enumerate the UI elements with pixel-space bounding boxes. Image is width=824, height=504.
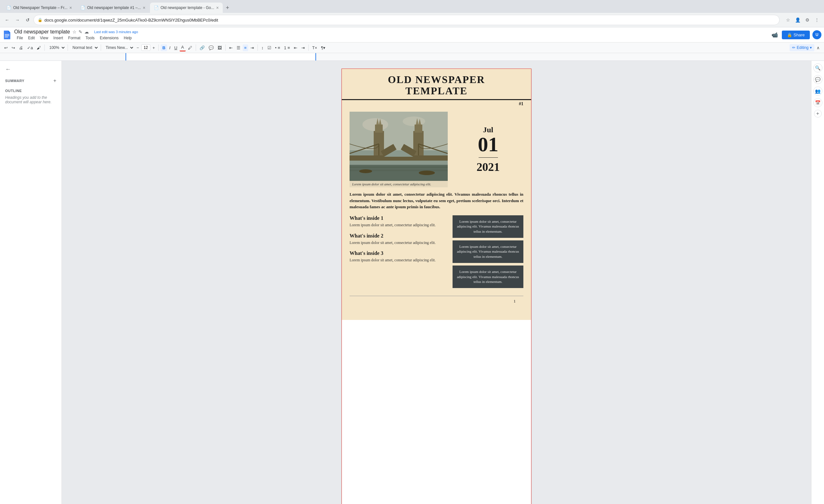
italic-button[interactable]: I bbox=[168, 44, 172, 51]
docs-canvas[interactable]: OLD NEWSPAPER TEMPLATE #1 bbox=[62, 61, 811, 504]
menu-insert[interactable]: Insert bbox=[51, 35, 66, 41]
menu-extensions[interactable]: Extensions bbox=[97, 35, 121, 41]
line-spacing-button[interactable]: ↕ bbox=[260, 44, 265, 51]
numbered-button[interactable]: 1 ≡ bbox=[282, 44, 291, 51]
newspaper-footer: 1 bbox=[349, 296, 523, 306]
inside-item-1-title: What's inside 1 bbox=[349, 215, 449, 221]
move-button[interactable]: ✎ bbox=[78, 29, 83, 35]
star-button[interactable]: ☆ bbox=[72, 29, 77, 35]
sidebar-summary-add-button[interactable]: + bbox=[54, 78, 56, 84]
highlight-button[interactable]: 🖊 bbox=[186, 44, 194, 51]
forward-button[interactable]: → bbox=[13, 15, 22, 24]
tab-bar: 📄 Old Newspaper Template – Fr... × 📄 Old… bbox=[0, 0, 824, 13]
cloud-button[interactable]: ☁ bbox=[84, 29, 90, 35]
menu-file[interactable]: File bbox=[14, 35, 25, 41]
bullets-button[interactable]: • ≡ bbox=[274, 44, 282, 51]
profile-icon[interactable]: 👤 bbox=[793, 15, 802, 24]
align-center-button[interactable]: ☰ bbox=[235, 44, 242, 51]
indent-more-button[interactable]: ⇥ bbox=[300, 44, 306, 51]
user-avatar[interactable]: U bbox=[812, 30, 821, 39]
tab-title-3: Old newspaper template - Go... bbox=[161, 5, 214, 10]
editing-mode-badge[interactable]: ✏ Editing ▾ bbox=[790, 44, 814, 51]
editing-pencil-icon: ✏ bbox=[792, 45, 795, 50]
menu-help[interactable]: Help bbox=[121, 35, 134, 41]
doc-page: OLD NEWSPAPER TEMPLATE #1 bbox=[341, 69, 531, 504]
checklist-button[interactable]: ☑ bbox=[266, 44, 273, 51]
url-text: docs.google.com/document/d/1qwezZ_25mGuk… bbox=[44, 18, 218, 22]
add-plugin-button[interactable]: + bbox=[814, 110, 822, 117]
comment-button[interactable]: 💬 bbox=[207, 44, 215, 51]
toolbar-sep-5 bbox=[196, 44, 196, 51]
collapse-toolbar-button[interactable]: ∧ bbox=[815, 44, 821, 51]
extensions-icon[interactable]: ⚙ bbox=[803, 15, 812, 24]
sidebar-summary-section: SUMMARY + bbox=[5, 78, 56, 84]
tab-3[interactable]: 📄 Old newspaper template - Go... × bbox=[150, 3, 223, 13]
back-button[interactable]: ← bbox=[3, 15, 12, 24]
address-bar[interactable]: 🔒 docs.google.com/document/d/1qwezZ_25mG… bbox=[33, 15, 780, 25]
menu-format[interactable]: Format bbox=[66, 35, 83, 41]
redo-button[interactable]: ↪ bbox=[10, 44, 17, 51]
text-color-button[interactable]: A bbox=[180, 44, 186, 52]
newspaper-page-number: 1 bbox=[514, 299, 516, 304]
print-button[interactable]: 🖨 bbox=[17, 44, 25, 51]
newspaper-image-box: Lorem ipsum dolor sit amet, consectetur … bbox=[349, 112, 448, 187]
bold-button[interactable]: B bbox=[161, 44, 167, 51]
calendar-button[interactable]: 📅 bbox=[813, 98, 822, 107]
tab-2[interactable]: 📄 Old newspaper template #1 –... × bbox=[77, 3, 149, 13]
chat-button[interactable]: 💬 bbox=[813, 75, 822, 84]
undo-button[interactable]: ↩ bbox=[3, 44, 9, 51]
refresh-button[interactable]: ↺ bbox=[23, 15, 32, 24]
format-options-button[interactable]: ¶▾ bbox=[319, 44, 327, 51]
font-size-increase[interactable]: + bbox=[151, 44, 157, 51]
newspaper: OLD NEWSPAPER TEMPLATE #1 bbox=[342, 69, 531, 320]
ruler bbox=[0, 53, 824, 61]
tab-1[interactable]: 📄 Old Newspaper Template – Fr... × bbox=[3, 3, 76, 13]
svg-rect-4 bbox=[5, 37, 8, 37]
align-right-button[interactable]: ⇥ bbox=[249, 44, 255, 51]
clear-format-button[interactable]: T× bbox=[311, 44, 319, 51]
tab-close-2[interactable]: × bbox=[142, 5, 145, 10]
share-button[interactable]: 🔒 Share bbox=[782, 30, 810, 39]
align-left-button[interactable]: ⇤ bbox=[227, 44, 234, 51]
font-size-decrease[interactable]: − bbox=[135, 44, 141, 51]
underline-button[interactable]: U bbox=[173, 44, 179, 51]
chrome-actions: ☆ 👤 ⚙ ⋮ bbox=[784, 15, 821, 24]
spellcheck-button[interactable]: ✓a bbox=[25, 44, 34, 51]
font-select[interactable]: Times New... bbox=[103, 44, 134, 51]
editing-mode-label: Editing bbox=[797, 45, 809, 50]
tab-close-3[interactable]: × bbox=[216, 5, 219, 10]
more-icon[interactable]: ⋮ bbox=[812, 15, 821, 24]
docs-right-sidebar: 🔍 💬 👥 📅 + bbox=[811, 61, 824, 504]
new-tab-button[interactable]: + bbox=[223, 3, 232, 13]
editing-chevron-icon: ▾ bbox=[810, 45, 812, 50]
menu-edit[interactable]: Edit bbox=[25, 35, 37, 41]
newspaper-image bbox=[349, 112, 448, 187]
inside-item-1-text: Lorem ipsum dolor sit amet, consectetur … bbox=[349, 222, 449, 228]
font-size-input[interactable] bbox=[141, 44, 150, 51]
meet-button[interactable]: 📹 bbox=[770, 30, 779, 39]
text-style-select[interactable]: Normal text bbox=[70, 44, 99, 51]
menu-view[interactable]: View bbox=[37, 35, 51, 41]
last-edit-link[interactable]: Last edit was 3 minutes ago bbox=[94, 30, 138, 34]
zoom-select[interactable]: 100% bbox=[47, 44, 66, 51]
sidebar-summary-header: SUMMARY + bbox=[5, 78, 56, 84]
sidebar-outline-text: Headings you add to the document will ap… bbox=[5, 95, 56, 104]
sidebar-back-button[interactable]: ← bbox=[5, 66, 56, 73]
newspaper-column-left: What's inside 1 Lorem ipsum dolor sit am… bbox=[349, 215, 449, 291]
bookmark-icon[interactable]: ☆ bbox=[784, 15, 793, 24]
last-edit: Last edit was 3 minutes ago bbox=[94, 30, 138, 34]
newspaper-meta: #1 bbox=[342, 100, 531, 108]
explore-button[interactable]: 🔍 bbox=[813, 64, 822, 73]
newspaper-dark-box-1: Lorem ipsum dolor sit amet, consectetur … bbox=[452, 215, 523, 238]
indent-less-button[interactable]: ⇤ bbox=[292, 44, 299, 51]
align-justify-button[interactable]: ≡ bbox=[243, 44, 248, 51]
inside-item-1: What's inside 1 Lorem ipsum dolor sit am… bbox=[349, 215, 449, 228]
toolbar-sep-1 bbox=[44, 44, 45, 51]
tab-close-1[interactable]: × bbox=[70, 5, 72, 10]
contacts-button[interactable]: 👥 bbox=[813, 87, 822, 96]
link-button[interactable]: 🔗 bbox=[198, 44, 206, 51]
docs-logo bbox=[3, 30, 12, 39]
format-paint-button[interactable]: 🖌 bbox=[35, 44, 42, 51]
image-button[interactable]: 🖼 bbox=[216, 44, 223, 51]
menu-tools[interactable]: Tools bbox=[83, 35, 97, 41]
